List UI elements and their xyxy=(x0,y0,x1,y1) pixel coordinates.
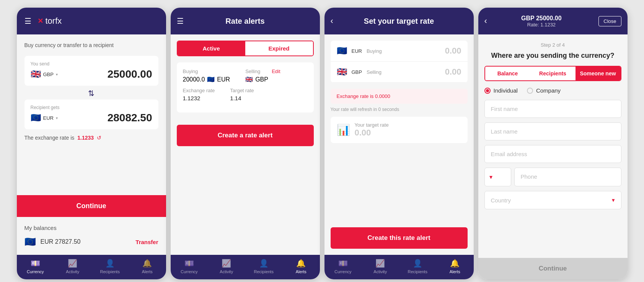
company-radio[interactable] xyxy=(527,88,533,94)
nav2-recipients-label: Recipients xyxy=(254,269,274,274)
screen2-header: ☰ Rate alerts xyxy=(171,8,320,34)
screen2-title: Rate alerts xyxy=(225,17,264,26)
phone-field[interactable]: Phone xyxy=(514,168,621,186)
tab-expired[interactable]: Expired xyxy=(245,41,313,55)
country-placeholder: Country xyxy=(491,197,511,204)
buying-flag: 🇪🇺 xyxy=(207,76,215,83)
swap-currencies-button[interactable]: ⇅ xyxy=(24,89,158,98)
nav3-activity[interactable]: 📈 Activity xyxy=(367,259,394,274)
selling-label: Selling Edit xyxy=(245,68,280,74)
screen4-recipient-details: ‹ GBP 25000.00 Rate: 1.1232 Close Step 2… xyxy=(478,8,628,279)
nav2-recipients[interactable]: 👤 Recipients xyxy=(250,259,277,274)
alert-selling-col: Selling Edit 🇬🇧 GBP xyxy=(245,68,280,83)
company-option[interactable]: Company xyxy=(527,87,561,94)
screen1-body: Buy currency or transfer to a recipient … xyxy=(17,34,166,195)
nav-recipients[interactable]: 👤 Recipients xyxy=(96,259,123,274)
gbp-currency-selector[interactable]: 🇬🇧 GBP ▾ xyxy=(31,69,58,79)
nav3-currency-icon: 💷 xyxy=(338,259,348,268)
currency-nav-icon: 💷 xyxy=(31,259,40,268)
recipient-gets-label: Recipient gets xyxy=(31,105,152,110)
screen4-title: GBP 25000.00 xyxy=(484,15,599,22)
you-send-label: You send xyxy=(31,61,152,67)
send-amount[interactable]: 25000.00 xyxy=(62,68,152,80)
target-rate-section[interactable]: 📊 Your target rate 0.00 xyxy=(331,117,468,143)
create-alert-button[interactable]: Create a rate alert xyxy=(177,125,314,146)
phone-row: ▾ Phone xyxy=(484,168,621,186)
tab-recipients[interactable]: Recipients xyxy=(530,67,576,80)
continue-button[interactable]: Continue xyxy=(17,195,166,217)
recipient-gets-row[interactable]: Recipient gets 🇪🇺 EUR ▾ 28082.50 xyxy=(24,99,158,129)
close-button[interactable]: Close xyxy=(598,16,621,26)
chart-icon: 📊 xyxy=(337,124,350,136)
screen3-header: ‹ Set your target rate xyxy=(324,8,474,34)
edit-link[interactable]: Edit xyxy=(272,68,280,74)
balances-section: My balances 🇪🇺 EUR 27827.50 Transfer xyxy=(17,217,166,255)
individual-option[interactable]: Individual xyxy=(484,87,518,94)
selling-currency: 🇬🇧 GBP xyxy=(245,76,280,83)
selling-rate-label: Selling xyxy=(367,69,440,75)
nav3-recipients-label: Recipients xyxy=(408,269,427,274)
back-button[interactable]: ‹ xyxy=(331,16,333,26)
exchange-rate-label: Exchange rate xyxy=(183,88,215,93)
phone-country-selector[interactable]: ▾ xyxy=(484,168,511,186)
you-send-row[interactable]: You send 🇬🇧 GBP ▾ 25000.00 xyxy=(24,56,158,86)
exchange-rate-text: The exchange rate is xyxy=(24,135,75,141)
tab-active[interactable]: Active xyxy=(178,41,245,55)
nav-activity[interactable]: 📈 Activity xyxy=(59,259,86,274)
first-name-field[interactable]: First name xyxy=(484,100,621,118)
bottom-nav-3: 💷 Currency 📈 Activity 👤 Recipients 🔔 Ale… xyxy=(324,255,474,279)
nav2-alerts-label: Alerts xyxy=(296,269,307,274)
individual-radio[interactable] xyxy=(484,88,491,94)
buying-currency-code: EUR xyxy=(217,76,230,83)
nav-alerts[interactable]: 🔔 Alerts xyxy=(134,259,161,274)
entity-type-selector: Individual Company xyxy=(484,87,621,94)
screen4-back-button[interactable]: ‹ xyxy=(484,16,487,26)
screen4-footer: Continue xyxy=(478,258,628,279)
activity-nav-icon: 📈 xyxy=(68,259,77,268)
logo-text: torfx xyxy=(46,16,62,26)
nav3-currency[interactable]: 💷 Currency xyxy=(329,259,356,274)
nav3-alerts[interactable]: 🔔 Alerts xyxy=(442,259,468,274)
last-name-field[interactable]: Last name xyxy=(484,122,621,140)
menu-icon[interactable]: ☰ xyxy=(24,16,31,26)
eur-currency-selector[interactable]: 🇪🇺 EUR ▾ xyxy=(31,113,58,123)
eur-chevron-icon: ▾ xyxy=(56,116,58,120)
buying-rate-amount: 0.00 xyxy=(445,46,461,56)
refresh-rate-icon[interactable]: ↺ xyxy=(97,135,101,141)
tab-someone-new[interactable]: Someone new xyxy=(576,67,621,80)
gbp-flag: 🇬🇧 xyxy=(31,69,41,79)
nav-currency[interactable]: 💷 Currency xyxy=(22,259,49,274)
country-selector[interactable]: Country ▾ xyxy=(484,191,621,209)
create-this-rate-alert-button[interactable]: Create this rate alert xyxy=(331,227,468,249)
alert-buying-selling-row: Buying 20000.0 🇪🇺 EUR Selling Edit 🇬🇧 GB… xyxy=(183,68,308,83)
nav3-recipients-icon: 👤 xyxy=(413,259,422,268)
nav2-activity[interactable]: 📈 Activity xyxy=(213,259,240,274)
nav2-currency[interactable]: 💷 Currency xyxy=(176,259,202,274)
recipients-nav-icon: 👤 xyxy=(105,259,115,268)
alert-buying-col: Buying 20000.0 🇪🇺 EUR xyxy=(183,68,230,83)
tab-balance[interactable]: Balance xyxy=(485,67,530,80)
eur-balance-amount: EUR 27827.50 xyxy=(41,238,131,245)
gbp-rate-code: GBP xyxy=(352,69,362,75)
nav3-recipients[interactable]: 👤 Recipients xyxy=(404,259,431,274)
screen2-menu-icon[interactable]: ☰ xyxy=(177,16,184,26)
nav2-alerts[interactable]: 🔔 Alerts xyxy=(288,259,315,274)
selling-rate-amount: 0.00 xyxy=(445,67,461,77)
selling-currency-row[interactable]: 🇬🇧 GBP Selling 0.00 xyxy=(331,62,468,83)
refresh-note: Your rate will refresh in 0 seconds xyxy=(331,107,468,112)
buying-label: Buying xyxy=(183,68,230,74)
nav2-activity-icon: 📈 xyxy=(222,259,231,268)
transfer-link[interactable]: Transfer xyxy=(135,239,158,245)
logo-x-icon: ✕ xyxy=(37,17,43,25)
buying-currency-row[interactable]: 🇪🇺 EUR Buying 0.00 xyxy=(331,41,468,62)
receive-amount: 28082.50 xyxy=(62,112,152,124)
individual-label: Individual xyxy=(494,87,518,94)
screen4-header: ‹ GBP 25000.00 Rate: 1.1232 Close xyxy=(478,8,628,34)
nav2-currency-label: Currency xyxy=(181,269,198,274)
email-field[interactable]: Email address xyxy=(484,145,621,163)
nav2-currency-icon: 💷 xyxy=(184,259,194,268)
target-rate-value[interactable]: 0.00 xyxy=(355,128,389,138)
exchange-rate-error: Exchange rate is 0.0000 xyxy=(331,89,468,104)
target-rate-label: Your target rate xyxy=(355,122,389,128)
gbp-rate-flag: 🇬🇧 xyxy=(337,67,347,77)
